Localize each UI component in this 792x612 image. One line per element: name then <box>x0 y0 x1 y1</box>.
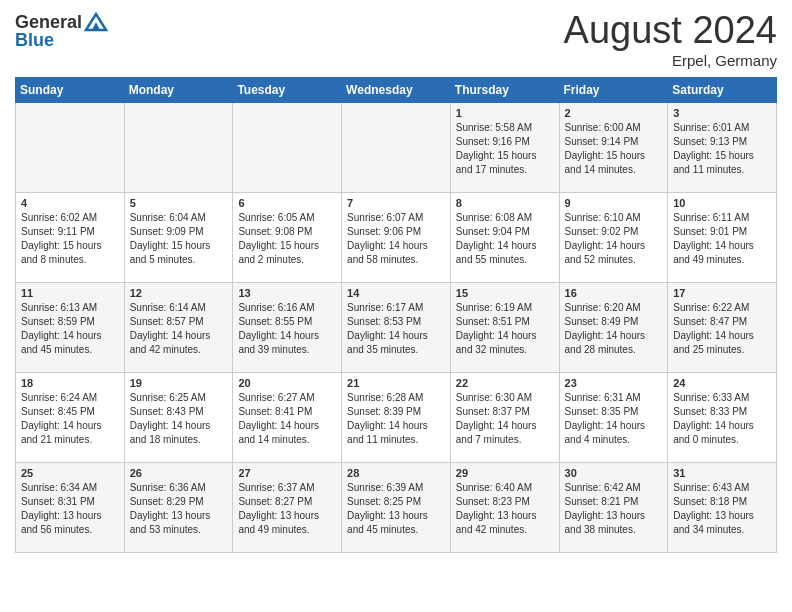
day-info: Sunrise: 6:05 AM Sunset: 9:08 PM Dayligh… <box>238 211 336 267</box>
day-of-week-header: Wednesday <box>342 77 451 102</box>
day-number: 26 <box>130 467 228 479</box>
day-info: Sunrise: 6:28 AM Sunset: 8:39 PM Dayligh… <box>347 391 445 447</box>
day-number: 1 <box>456 107 554 119</box>
calendar-cell: 25Sunrise: 6:34 AM Sunset: 8:31 PM Dayli… <box>16 462 125 552</box>
day-number: 15 <box>456 287 554 299</box>
day-info: Sunrise: 6:13 AM Sunset: 8:59 PM Dayligh… <box>21 301 119 357</box>
day-number: 13 <box>238 287 336 299</box>
calendar-cell: 24Sunrise: 6:33 AM Sunset: 8:33 PM Dayli… <box>668 372 777 462</box>
day-info: Sunrise: 6:40 AM Sunset: 8:23 PM Dayligh… <box>456 481 554 537</box>
calendar-cell: 3Sunrise: 6:01 AM Sunset: 9:13 PM Daylig… <box>668 102 777 192</box>
page-header: General Blue August 2024 Erpel, Germany <box>15 10 777 69</box>
day-info: Sunrise: 6:07 AM Sunset: 9:06 PM Dayligh… <box>347 211 445 267</box>
day-of-week-header: Saturday <box>668 77 777 102</box>
calendar-cell: 21Sunrise: 6:28 AM Sunset: 8:39 PM Dayli… <box>342 372 451 462</box>
location-subtitle: Erpel, Germany <box>564 52 777 69</box>
calendar-week-row: 1Sunrise: 5:58 AM Sunset: 9:16 PM Daylig… <box>16 102 777 192</box>
calendar-cell: 8Sunrise: 6:08 AM Sunset: 9:04 PM Daylig… <box>450 192 559 282</box>
month-year-title: August 2024 <box>564 10 777 52</box>
calendar-week-row: 4Sunrise: 6:02 AM Sunset: 9:11 PM Daylig… <box>16 192 777 282</box>
calendar-cell: 27Sunrise: 6:37 AM Sunset: 8:27 PM Dayli… <box>233 462 342 552</box>
day-info: Sunrise: 6:25 AM Sunset: 8:43 PM Dayligh… <box>130 391 228 447</box>
logo: General Blue <box>15 10 108 51</box>
day-info: Sunrise: 6:02 AM Sunset: 9:11 PM Dayligh… <box>21 211 119 267</box>
day-number: 10 <box>673 197 771 209</box>
calendar-cell: 17Sunrise: 6:22 AM Sunset: 8:47 PM Dayli… <box>668 282 777 372</box>
title-block: August 2024 Erpel, Germany <box>564 10 777 69</box>
day-number: 9 <box>565 197 663 209</box>
day-number: 19 <box>130 377 228 389</box>
day-info: Sunrise: 6:42 AM Sunset: 8:21 PM Dayligh… <box>565 481 663 537</box>
day-number: 21 <box>347 377 445 389</box>
day-info: Sunrise: 6:11 AM Sunset: 9:01 PM Dayligh… <box>673 211 771 267</box>
calendar-cell: 16Sunrise: 6:20 AM Sunset: 8:49 PM Dayli… <box>559 282 668 372</box>
calendar-cell: 5Sunrise: 6:04 AM Sunset: 9:09 PM Daylig… <box>124 192 233 282</box>
calendar-cell: 13Sunrise: 6:16 AM Sunset: 8:55 PM Dayli… <box>233 282 342 372</box>
day-number: 18 <box>21 377 119 389</box>
calendar-cell: 22Sunrise: 6:30 AM Sunset: 8:37 PM Dayli… <box>450 372 559 462</box>
day-number: 2 <box>565 107 663 119</box>
day-number: 5 <box>130 197 228 209</box>
day-of-week-header: Monday <box>124 77 233 102</box>
day-info: Sunrise: 6:10 AM Sunset: 9:02 PM Dayligh… <box>565 211 663 267</box>
day-number: 28 <box>347 467 445 479</box>
day-info: Sunrise: 6:01 AM Sunset: 9:13 PM Dayligh… <box>673 121 771 177</box>
day-info: Sunrise: 6:34 AM Sunset: 8:31 PM Dayligh… <box>21 481 119 537</box>
day-number: 27 <box>238 467 336 479</box>
day-number: 24 <box>673 377 771 389</box>
calendar-cell: 14Sunrise: 6:17 AM Sunset: 8:53 PM Dayli… <box>342 282 451 372</box>
day-info: Sunrise: 6:20 AM Sunset: 8:49 PM Dayligh… <box>565 301 663 357</box>
day-info: Sunrise: 6:08 AM Sunset: 9:04 PM Dayligh… <box>456 211 554 267</box>
calendar-cell: 30Sunrise: 6:42 AM Sunset: 8:21 PM Dayli… <box>559 462 668 552</box>
day-of-week-header: Tuesday <box>233 77 342 102</box>
day-info: Sunrise: 5:58 AM Sunset: 9:16 PM Dayligh… <box>456 121 554 177</box>
calendar-cell: 7Sunrise: 6:07 AM Sunset: 9:06 PM Daylig… <box>342 192 451 282</box>
day-number: 7 <box>347 197 445 209</box>
day-info: Sunrise: 6:31 AM Sunset: 8:35 PM Dayligh… <box>565 391 663 447</box>
day-number: 23 <box>565 377 663 389</box>
day-number: 12 <box>130 287 228 299</box>
day-number: 22 <box>456 377 554 389</box>
day-info: Sunrise: 6:19 AM Sunset: 8:51 PM Dayligh… <box>456 301 554 357</box>
day-number: 11 <box>21 287 119 299</box>
calendar-cell: 20Sunrise: 6:27 AM Sunset: 8:41 PM Dayli… <box>233 372 342 462</box>
day-of-week-header: Friday <box>559 77 668 102</box>
calendar-table: SundayMondayTuesdayWednesdayThursdayFrid… <box>15 77 777 553</box>
day-info: Sunrise: 6:14 AM Sunset: 8:57 PM Dayligh… <box>130 301 228 357</box>
calendar-week-row: 25Sunrise: 6:34 AM Sunset: 8:31 PM Dayli… <box>16 462 777 552</box>
calendar-cell: 2Sunrise: 6:00 AM Sunset: 9:14 PM Daylig… <box>559 102 668 192</box>
calendar-cell: 26Sunrise: 6:36 AM Sunset: 8:29 PM Dayli… <box>124 462 233 552</box>
day-info: Sunrise: 6:24 AM Sunset: 8:45 PM Dayligh… <box>21 391 119 447</box>
day-info: Sunrise: 6:39 AM Sunset: 8:25 PM Dayligh… <box>347 481 445 537</box>
day-of-week-header: Thursday <box>450 77 559 102</box>
calendar-header-row: SundayMondayTuesdayWednesdayThursdayFrid… <box>16 77 777 102</box>
calendar-cell: 18Sunrise: 6:24 AM Sunset: 8:45 PM Dayli… <box>16 372 125 462</box>
calendar-cell: 10Sunrise: 6:11 AM Sunset: 9:01 PM Dayli… <box>668 192 777 282</box>
calendar-week-row: 18Sunrise: 6:24 AM Sunset: 8:45 PM Dayli… <box>16 372 777 462</box>
day-info: Sunrise: 6:22 AM Sunset: 8:47 PM Dayligh… <box>673 301 771 357</box>
calendar-cell: 1Sunrise: 5:58 AM Sunset: 9:16 PM Daylig… <box>450 102 559 192</box>
calendar-cell: 4Sunrise: 6:02 AM Sunset: 9:11 PM Daylig… <box>16 192 125 282</box>
calendar-cell: 31Sunrise: 6:43 AM Sunset: 8:18 PM Dayli… <box>668 462 777 552</box>
logo-icon <box>84 10 108 34</box>
calendar-cell: 29Sunrise: 6:40 AM Sunset: 8:23 PM Dayli… <box>450 462 559 552</box>
day-number: 25 <box>21 467 119 479</box>
calendar-cell: 12Sunrise: 6:14 AM Sunset: 8:57 PM Dayli… <box>124 282 233 372</box>
day-number: 8 <box>456 197 554 209</box>
calendar-cell: 6Sunrise: 6:05 AM Sunset: 9:08 PM Daylig… <box>233 192 342 282</box>
calendar-cell <box>16 102 125 192</box>
calendar-cell: 11Sunrise: 6:13 AM Sunset: 8:59 PM Dayli… <box>16 282 125 372</box>
day-info: Sunrise: 6:30 AM Sunset: 8:37 PM Dayligh… <box>456 391 554 447</box>
day-number: 4 <box>21 197 119 209</box>
day-number: 3 <box>673 107 771 119</box>
day-number: 31 <box>673 467 771 479</box>
calendar-week-row: 11Sunrise: 6:13 AM Sunset: 8:59 PM Dayli… <box>16 282 777 372</box>
day-info: Sunrise: 6:04 AM Sunset: 9:09 PM Dayligh… <box>130 211 228 267</box>
day-info: Sunrise: 6:43 AM Sunset: 8:18 PM Dayligh… <box>673 481 771 537</box>
day-of-week-header: Sunday <box>16 77 125 102</box>
day-number: 6 <box>238 197 336 209</box>
calendar-cell: 15Sunrise: 6:19 AM Sunset: 8:51 PM Dayli… <box>450 282 559 372</box>
calendar-cell: 28Sunrise: 6:39 AM Sunset: 8:25 PM Dayli… <box>342 462 451 552</box>
day-number: 16 <box>565 287 663 299</box>
calendar-cell <box>124 102 233 192</box>
